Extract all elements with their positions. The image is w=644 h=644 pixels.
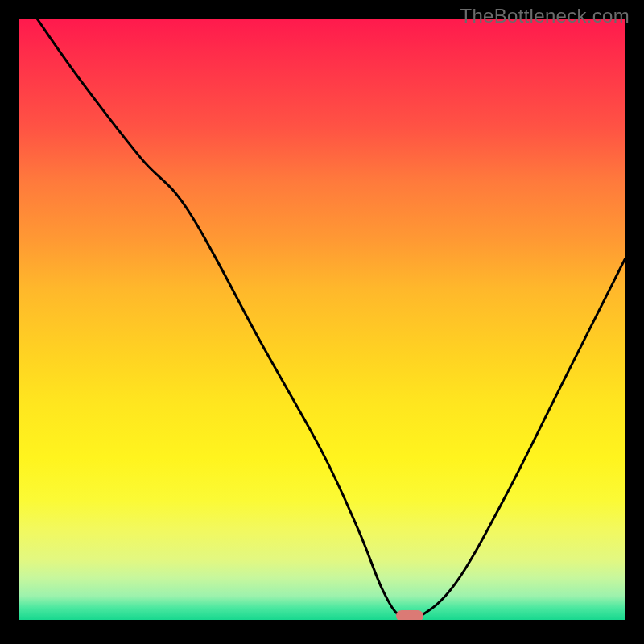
chart-frame bbox=[19, 19, 625, 625]
optimal-marker bbox=[396, 610, 423, 620]
watermark-text: TheBottleneck.com bbox=[460, 5, 630, 27]
bottleneck-curve-path bbox=[38, 19, 625, 620]
curve-svg bbox=[19, 19, 625, 620]
x-axis bbox=[19, 620, 625, 625]
plot-area bbox=[19, 19, 625, 620]
